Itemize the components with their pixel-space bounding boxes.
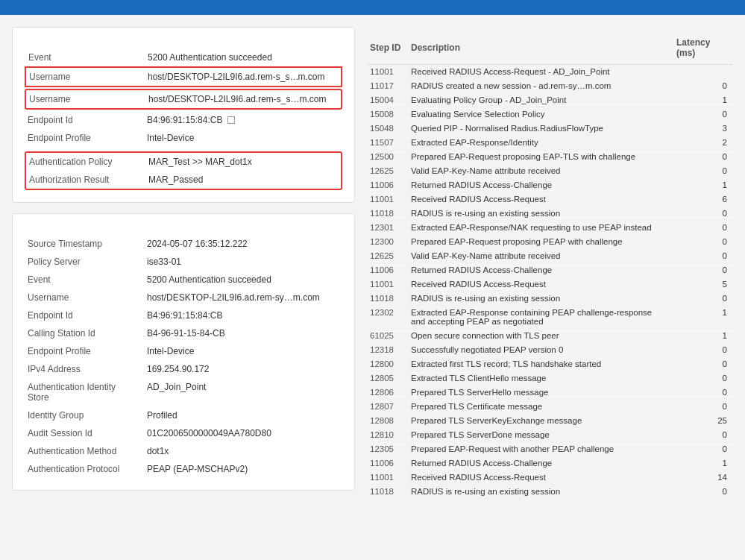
step-desc: Returned RADIUS Access-Challenge [408,263,673,277]
step-row: 61025Open secure connection with TLS pee… [367,329,733,343]
auth-detail-value: 169.254.90.172 [144,360,342,378]
step-row: 12806Prepared TLS ServerHello message0 [367,386,733,400]
step-id: 11507 [367,136,408,150]
col-step-id: Step ID [367,34,408,65]
step-desc: Returned RADIUS Access-Challenge [408,456,673,471]
step-desc: Successfully negotiated PEAP version 0 [408,343,673,357]
step-latency: 0 [673,292,733,306]
auth-detail-label: Authentication Protocol [25,460,144,478]
step-id: 12305 [367,442,408,456]
step-row: 12305Prepared EAP-Request with another P… [367,442,733,456]
step-latency: 0 [673,442,733,456]
auth-detail-label: Audit Session Id [25,424,144,442]
overview-username-row: Username host/DESKTOP-L2IL9I6.ad.rem-s_s… [25,67,342,86]
endpoint-profile-row: Endpoint Profile Intel-Device [25,129,342,147]
step-id: 12302 [367,306,408,329]
step-latency: 0 [673,400,733,414]
step-desc: RADIUS is re-using an existing session [408,292,673,306]
overview-endpoint-table: Endpoint Id B4:96:91:15:84:CB Endpoint P… [25,111,342,147]
auth-details-table: Source Timestamp2024-05-07 16:35:12.222R… [25,235,342,478]
step-latency: 0 [673,371,733,386]
auth-detail-value: B4-96-91-15-84-CB [144,324,342,342]
auth-detail-value: 01C2006500000049AA780D80 [144,424,342,442]
col-description: Description [408,34,673,65]
step-row: 12301Extracted EAP-Response/NAK requesti… [367,221,733,235]
step-row: 12810Prepared TLS ServerDone message0 [367,428,733,442]
top-bar [0,0,745,15]
event-value: 5200 Authentication succeeded [145,48,342,67]
auth-policy-label: Authentication Policy [26,153,145,171]
step-desc: RADIUS is re-using an existing session [408,207,673,221]
step-id: 12808 [367,414,408,428]
step-row: 12805Extracted TLS ClientHello message0 [367,371,733,386]
step-id: 11017 [367,79,408,93]
policy-table: Authentication Policy MAR_Test >> MAR_do… [26,153,341,189]
step-row: 11017RADIUS created a new session - ad.r… [367,79,733,93]
step-row: 15004Evaluating Policy Group - AD_Join_P… [367,93,733,107]
auth-detail-row: Endpoint ProfileIntel-Device [25,342,342,360]
step-desc: Prepared TLS Certificate message [408,400,673,414]
step-id: 11018 [367,207,408,221]
col-latency: Latency (ms) [673,34,733,65]
highlighted-username-label: Username [26,90,145,108]
step-desc: Received RADIUS Access-Request - AD_Join… [408,65,673,79]
step-latency: 6 [673,192,733,207]
step-id: 12301 [367,221,408,235]
step-row: 15048Queried PIP - Normalised Radius.Rad… [367,122,733,136]
step-desc: Evaluating Service Selection Policy [408,107,673,122]
step-id: 11018 [367,485,408,499]
auth-detail-label: Source Timestamp [25,235,144,253]
step-row: 11001Received RADIUS Access-Request14 [367,471,733,485]
auth-detail-label: Calling Station Id [25,324,144,342]
step-desc: Extracted first TLS record; TLS handshak… [408,357,673,371]
auth-detail-value: B4:96:91:15:84:CB [144,306,342,324]
step-id: 12810 [367,428,408,442]
step-latency: 0 [673,343,733,357]
step-desc: Queried PIP - Normalised Radius.RadiusFl… [408,122,673,136]
auth-detail-value: 2024-05-07 16:35:12.222 [144,235,342,253]
auth-detail-value: Intel-Device [144,342,342,360]
step-row: 11018RADIUS is re-using an existing sess… [367,207,733,221]
step-id: 12300 [367,235,408,249]
step-row: 12625Valid EAP-Key-Name attribute receiv… [367,164,733,178]
step-desc: Prepared EAP-Request proposing EAP-TLS w… [408,150,673,164]
copy-icon[interactable] [227,116,235,124]
auth-detail-row: IPv4 Address169.254.90.172 [25,360,342,378]
step-latency: 3 [673,122,733,136]
step-desc: RADIUS is re-using an existing session [408,485,673,499]
step-desc: Extracted EAP-Response/NAK requesting to… [408,221,673,235]
overview-table: Event 5200 Authentication succeeded User… [25,48,342,87]
auth-detail-row: Identity GroupProfiled [25,406,342,424]
auth-detail-row: Endpoint IdB4:96:91:15:84:CB [25,306,342,324]
highlighted-username-value: host/DESKTOP-L2IL9I6.ad.rem-s_s…m.com [145,90,341,108]
username-label: Username [25,67,145,86]
step-id: 11001 [367,65,408,79]
auth-policy-row: Authentication Policy MAR_Test >> MAR_do… [26,153,341,171]
step-latency: 1 [673,178,733,192]
step-row: 15008Evaluating Service Selection Policy… [367,107,733,122]
step-desc: Extracted TLS ClientHello message [408,371,673,386]
step-row: 11018RADIUS is re-using an existing sess… [367,485,733,499]
left-panel: Event 5200 Authentication succeeded User… [12,27,355,499]
highlighted-username-row: Username host/DESKTOP-L2IL9I6.ad.rem-s_s… [26,90,341,108]
step-id: 12807 [367,400,408,414]
auth-detail-label: Authentication Method [25,442,144,460]
step-latency: 0 [673,221,733,235]
step-id: 15004 [367,93,408,107]
step-id: 11006 [367,178,408,192]
step-latency: 0 [673,207,733,221]
auth-policy-value: MAR_Test >> MAR_dot1x [145,153,341,171]
step-id: 15008 [367,107,408,122]
step-row: 12808Prepared TLS ServerKeyExchange mess… [367,414,733,428]
auth-detail-row: Usernamehost/DESKTOP-L2IL9I6.ad.rem-sy…m… [25,289,342,306]
step-row: 12807Prepared TLS Certificate message0 [367,400,733,414]
step-desc: Open secure connection with TLS peer [408,329,673,343]
step-latency: 0 [673,107,733,122]
step-desc: Valid EAP-Key-Name attribute received [408,164,673,178]
auth-detail-label: Policy Server [25,253,144,271]
step-latency: 1 [673,456,733,471]
step-row: 11006Returned RADIUS Access-Challenge0 [367,263,733,277]
step-latency: 14 [673,471,733,485]
step-latency: 0 [673,150,733,164]
steps-header-row: Step ID Description Latency (ms) [367,34,733,65]
